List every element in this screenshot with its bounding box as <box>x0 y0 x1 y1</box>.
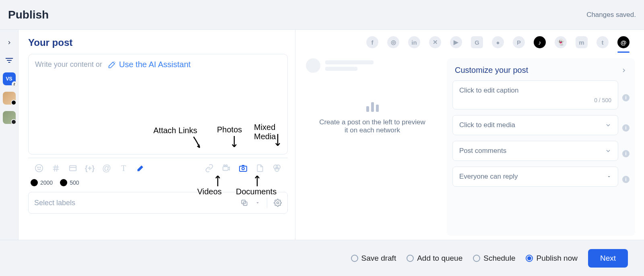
expand-sidebar-button[interactable] <box>4 37 15 48</box>
radio-label: Publish now <box>536 254 577 263</box>
customize-title: Customize your post <box>455 66 528 75</box>
link-icon[interactable] <box>204 163 215 173</box>
ai-assistant-button[interactable]: Use the AI Assistant <box>108 60 191 69</box>
preview-empty-1: Create a post on the left to preview <box>319 118 425 126</box>
account-avatar-1[interactable] <box>3 92 16 105</box>
workspace-avatar[interactable]: VS 2 <box>3 72 16 85</box>
svg-point-14 <box>226 165 227 167</box>
network-tumblr[interactable]: t <box>597 36 609 48</box>
caption-placeholder: Click to edit caption <box>459 87 611 95</box>
customize-header[interactable]: Customize your post <box>452 64 630 80</box>
info-icon[interactable]: i <box>622 150 630 157</box>
svg-rect-12 <box>223 167 228 170</box>
post-preview: Create a post on the left to preview it … <box>306 58 439 236</box>
photo-icon[interactable] <box>238 163 248 173</box>
svg-point-5 <box>40 167 41 168</box>
radio-label: Add to queue <box>417 254 462 263</box>
media-field[interactable]: Click to edit media <box>452 115 618 135</box>
variable-icon[interactable]: {+} <box>85 163 95 173</box>
ai-wand-icon[interactable] <box>135 163 146 173</box>
network-tiktok[interactable]: ♪ <box>534 36 546 48</box>
gear-icon[interactable] <box>274 199 282 207</box>
network-mastodon[interactable]: m <box>576 36 588 48</box>
emoji-icon[interactable] <box>34 163 44 173</box>
reply-setting-value: Everyone can reply <box>459 173 518 181</box>
document-icon[interactable] <box>255 163 265 173</box>
network-linkedin[interactable]: in <box>408 36 420 48</box>
arrow-icon <box>273 133 282 149</box>
composer-panel: Your post Write your content or Use the … <box>19 30 295 240</box>
caption-counter: 0 / 500 <box>594 97 611 103</box>
svg-line-9 <box>57 165 58 172</box>
preview-panel: f ◎ in ✕ ▶ G ● P ♪ 👻 m t @ <box>295 30 644 240</box>
info-icon[interactable]: i <box>622 94 630 101</box>
tiktok-icon <box>31 179 38 186</box>
left-rail: VS 2 <box>0 30 19 240</box>
comments-field[interactable]: Post comments <box>452 141 618 161</box>
hashtag-icon[interactable] <box>51 163 61 173</box>
post-editor[interactable]: Write your content or Use the AI Assista… <box>28 54 288 154</box>
editor-placeholder: Write your content or <box>35 60 102 69</box>
account-avatar-2[interactable] <box>3 111 16 124</box>
mention-icon[interactable]: @ <box>101 163 112 173</box>
next-button[interactable]: Next <box>588 249 628 268</box>
svg-point-4 <box>37 167 38 168</box>
save-status: Changes saved. <box>586 11 636 19</box>
network-threads[interactable]: @ <box>617 36 630 48</box>
svg-line-8 <box>54 165 55 172</box>
threads-icon <box>60 179 67 186</box>
caret-down-icon <box>607 174 611 179</box>
network-x[interactable]: ✕ <box>429 36 441 48</box>
radio-publish-now[interactable]: Publish now <box>526 254 577 263</box>
svg-point-22 <box>277 202 279 204</box>
network-tabs: f ◎ in ✕ ▶ G ● P ♪ 👻 m t @ <box>295 30 644 51</box>
template-icon[interactable] <box>68 163 78 173</box>
annotation-mixed-media: Mixed Media <box>254 123 287 141</box>
chart-placeholder-icon <box>366 102 379 112</box>
mixed-media-icon[interactable] <box>272 163 282 173</box>
labels-select[interactable]: Select labels <box>28 192 288 214</box>
network-facebook[interactable]: f <box>366 36 378 48</box>
svg-rect-10 <box>70 166 76 171</box>
network-reddit[interactable]: ● <box>492 36 504 48</box>
network-google[interactable]: G <box>471 36 483 48</box>
chevron-down-icon <box>605 122 611 128</box>
customize-panel: Customize your post Click to edit captio… <box>447 58 635 236</box>
radio-add-queue[interactable]: Add to queue <box>407 254 462 263</box>
arrow-icon <box>230 135 239 150</box>
radio-save-draft[interactable]: Save draft <box>351 254 396 263</box>
reply-setting-field[interactable]: Everyone can reply <box>452 167 618 187</box>
labels-placeholder: Select labels <box>34 199 75 207</box>
info-icon[interactable]: i <box>622 176 630 183</box>
tiktok-count: 2000 <box>40 179 53 186</box>
network-youtube[interactable]: ▶ <box>450 36 462 48</box>
caption-field[interactable]: Click to edit caption 0 / 500 <box>452 80 618 109</box>
composer-heading: Your post <box>28 37 288 48</box>
radio-label: Schedule <box>483 254 515 263</box>
network-instagram[interactable]: ◎ <box>387 36 399 48</box>
arrow-icon <box>192 135 204 151</box>
video-icon[interactable] <box>221 163 231 173</box>
network-snapchat[interactable]: 👻 <box>555 36 567 48</box>
text-format-icon[interactable]: T <box>118 163 129 173</box>
preview-avatar-skeleton <box>306 58 320 73</box>
annotation-photos: Photos <box>217 125 242 134</box>
avatar-badge: 2 <box>12 81 17 87</box>
annotation-attach-links: Attach Links <box>153 126 197 135</box>
filter-icon[interactable] <box>4 55 15 66</box>
char-counts: 2000 500 <box>28 176 288 192</box>
editor-toolbar: {+} @ T <box>28 158 288 176</box>
copy-icon[interactable] <box>240 199 248 207</box>
radio-schedule[interactable]: Schedule <box>473 254 515 263</box>
info-icon[interactable]: i <box>622 124 630 132</box>
header-bar: Publish Changes saved. <box>0 0 644 30</box>
radio-label: Save draft <box>361 254 396 263</box>
page-title: Publish <box>8 8 49 21</box>
chevron-down-icon <box>605 148 611 154</box>
network-pinterest[interactable]: P <box>513 36 525 48</box>
chevron-down-icon[interactable] <box>255 200 260 206</box>
svg-point-19 <box>275 167 279 171</box>
threads-count: 500 <box>70 179 79 186</box>
svg-point-3 <box>35 165 43 172</box>
ai-assistant-label: Use the AI Assistant <box>119 60 191 69</box>
